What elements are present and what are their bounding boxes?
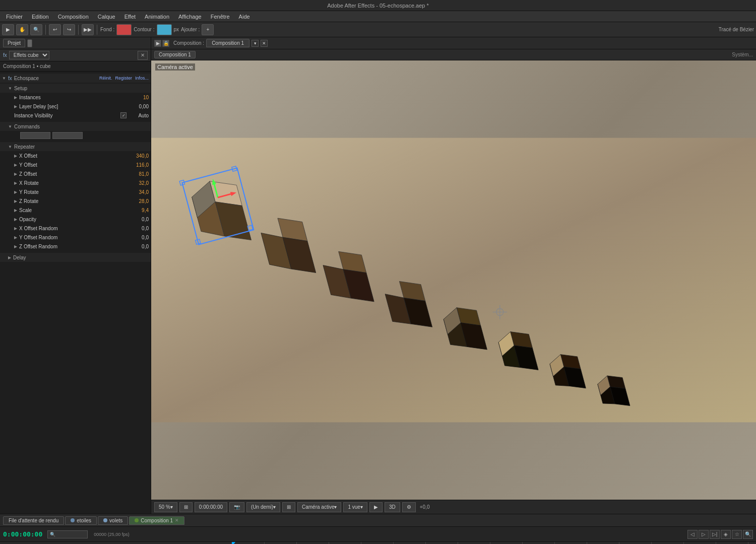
- comp-close-btn[interactable]: ✕: [261, 40, 268, 47]
- x-offset-random-item[interactable]: ▶ X Offset Random 0,0: [0, 224, 151, 233]
- commands-label: Commands: [14, 124, 40, 129]
- tl-btn-search[interactable]: 🔍: [743, 530, 753, 539]
- z-offset-value: 81,0: [129, 171, 149, 177]
- timeline-search[interactable]: [47, 530, 88, 538]
- tab-composition1[interactable]: Composition 1 ✕: [129, 516, 184, 525]
- toolbar-hand[interactable]: ✋: [16, 24, 28, 35]
- opacity-item[interactable]: ▶ Opacity 0,0: [0, 215, 151, 224]
- comp-dropdown-btn[interactable]: ▾: [251, 40, 259, 47]
- layer-delay-value: 0,00: [129, 104, 149, 109]
- viewer-zoom-btn[interactable]: 50 % ▾: [154, 502, 177, 512]
- menu-aide[interactable]: Aide: [235, 13, 254, 21]
- ruler-mark-7: 07s: [458, 542, 467, 544]
- commands-header[interactable]: ▼ Commands: [0, 122, 151, 131]
- viewer-view-btn[interactable]: 1 vue ▾: [343, 502, 367, 512]
- projet-tab[interactable]: Projet: [3, 39, 25, 47]
- toolbar-undo[interactable]: ↩: [49, 24, 61, 35]
- setup-header[interactable]: ▼ Setup: [0, 84, 151, 93]
- menu-fichier[interactable]: Fichier: [2, 13, 27, 21]
- viewer-3d-btn[interactable]: 3D: [385, 502, 400, 512]
- menu-affichage[interactable]: Affichage: [174, 13, 206, 21]
- toolbar-redo[interactable]: ↪: [63, 24, 75, 35]
- offset-value: +0,0: [420, 504, 430, 510]
- y-rotate-arrow: ▶: [14, 190, 17, 194]
- tl-btn-add-marker[interactable]: ◈: [721, 530, 731, 539]
- fond-color[interactable]: [116, 24, 132, 35]
- effects-dropdown[interactable]: Effets cube: [9, 51, 49, 59]
- app-title: Adobe After Effects - 05-echospace.aep *: [327, 3, 429, 9]
- scene-container: [151, 60, 756, 500]
- timeline-body: 👁 🔒 # Nom des calques fx 🖊 👁 1 ▶ 3D Camé…: [0, 542, 756, 544]
- menu-composition[interactable]: Composition: [54, 13, 93, 21]
- delay-arrow: ▶: [8, 255, 11, 260]
- toolbar-zoom[interactable]: 🔍: [30, 24, 42, 35]
- echospace-label: Echospace: [14, 76, 39, 81]
- timeline-layers: 👁 🔒 # Nom des calques fx 🖊 👁 1 ▶ 3D Camé…: [0, 542, 232, 544]
- opacity-label: Opacity: [19, 217, 129, 222]
- tl-btn-solo[interactable]: ☆: [732, 530, 742, 539]
- infos-btn[interactable]: Infos...: [135, 76, 149, 81]
- y-rotate-item[interactable]: ▶ Y Rotate 34,0: [0, 187, 151, 196]
- menu-effet[interactable]: Effet: [120, 13, 140, 21]
- viewer-fit-btn[interactable]: ⊞: [179, 502, 193, 512]
- comp-viewer[interactable]: Caméra active: [151, 60, 756, 500]
- comp-subtab-label: Composition 1: [159, 52, 191, 57]
- tl-btn-out[interactable]: ▷|: [710, 530, 720, 539]
- tab-render-queue[interactable]: File d'attente de rendu: [3, 516, 64, 525]
- tab-etoiles[interactable]: etoiles: [65, 516, 97, 525]
- viewer-grid-btn[interactable]: ⊞: [282, 502, 295, 512]
- y-offset-arrow: ▶: [14, 163, 17, 167]
- echospace-header[interactable]: ▼ fx Echospace Réinit. Register Infos...: [0, 74, 151, 83]
- scale-item[interactable]: ▶ Scale 9,4: [0, 206, 151, 215]
- bezier-label: Tracé de Bézier: [719, 27, 754, 32]
- reinit-btn[interactable]: Réinit.: [99, 76, 112, 81]
- y-offset-item[interactable]: ▶ Y Offset 116,0: [0, 160, 151, 169]
- toolbar-render[interactable]: ▶▶: [82, 24, 94, 35]
- register-btn[interactable]: Register: [115, 76, 132, 81]
- comp-lock-icon[interactable]: 🔒: [162, 40, 169, 47]
- delay-header[interactable]: ▶ Delay: [0, 253, 151, 262]
- x-rotate-item[interactable]: ▶ X Rotate 32,0: [0, 178, 151, 187]
- repeater-arrow: ▼: [8, 145, 12, 149]
- viewer-camera-icon-btn[interactable]: 📷: [229, 502, 244, 512]
- z-rotate-arrow: ▶: [14, 199, 17, 203]
- repeater-header[interactable]: ▼ Repeater: [0, 142, 151, 151]
- comp-main-tab[interactable]: Composition 1: [206, 39, 249, 47]
- menu-fenetre[interactable]: Fenêtre: [207, 13, 234, 21]
- menu-calque[interactable]: Calque: [94, 13, 119, 21]
- menu-edition[interactable]: Edition: [28, 13, 53, 21]
- viewer-camera-sel-btn[interactable]: Caméra active ▾: [297, 502, 341, 512]
- cmd-btn1[interactable]: [20, 132, 50, 139]
- panel-icon-btn[interactable]: [27, 39, 32, 47]
- z-rotate-item[interactable]: ▶ Z Rotate 28,0: [0, 196, 151, 206]
- viewer-render-btn[interactable]: ▶: [369, 502, 383, 512]
- instance-visibility-checkbox[interactable]: ✓: [120, 112, 127, 118]
- viewer-time-btn[interactable]: 0:00:00:00: [195, 502, 227, 512]
- viewer-tools-btn[interactable]: ⚙: [402, 502, 416, 512]
- contour-color[interactable]: [157, 24, 172, 35]
- tl-btn-play[interactable]: ▷: [699, 530, 709, 539]
- ajouter-btn[interactable]: +: [202, 24, 214, 35]
- toolbar-select[interactable]: ▶: [2, 24, 14, 35]
- cmd-btn2[interactable]: [52, 132, 83, 139]
- x-rotate-value: 32,0: [129, 180, 149, 186]
- viewer-quality-btn[interactable]: (Un demi) ▾: [246, 502, 280, 512]
- composition1-tab[interactable]: Composition 1: [154, 51, 196, 58]
- z-offset-item[interactable]: ▶ Z Offset 81,0: [0, 169, 151, 178]
- left-panel: Projet fx Effets cube ✕ Composition 1 • …: [0, 37, 151, 514]
- y-rotate-value: 34,0: [129, 189, 149, 195]
- cubes-scene: [151, 60, 756, 500]
- tl-btn-in[interactable]: ◁: [687, 530, 698, 539]
- tab-comp1-close[interactable]: ✕: [175, 518, 179, 523]
- menu-animation[interactable]: Animation: [141, 13, 173, 21]
- y-offset-value: 116,0: [129, 162, 149, 168]
- instance-visibility-item[interactable]: Instance Visibility ✓ Auto: [0, 111, 151, 120]
- tab-volets[interactable]: volets: [98, 516, 128, 525]
- panel-close-btn[interactable]: ✕: [138, 51, 148, 60]
- instances-item[interactable]: ▶ Instances 10: [0, 93, 151, 102]
- viewer-toolbar: 50 % ▾ ⊞ 0:00:00:00 📷 (Un demi) ▾ ⊞ Camé…: [151, 500, 756, 514]
- z-offset-random-item[interactable]: ▶ Z Offset Random 0,0: [0, 242, 151, 251]
- layer-delay-item[interactable]: ▶ Layer Delay [sec] 0,00: [0, 102, 151, 111]
- x-offset-item[interactable]: ▶ X Offset 340,0: [0, 151, 151, 160]
- y-offset-random-item[interactable]: ▶ Y Offset Random 0,0: [0, 233, 151, 242]
